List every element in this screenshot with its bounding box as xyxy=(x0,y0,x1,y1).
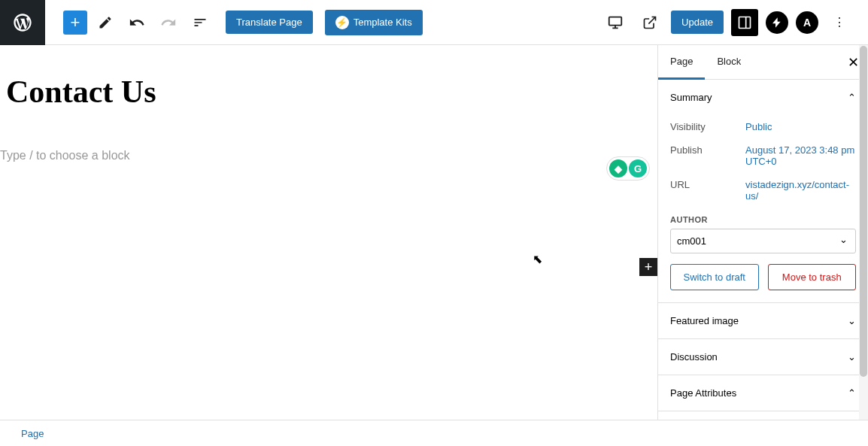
main-area: Contact Us Type / to choose a block ◆ G … xyxy=(0,45,868,420)
panel-featured-image: Featured image ⌄ xyxy=(658,303,868,339)
switch-to-draft-button[interactable]: Switch to draft xyxy=(670,264,759,290)
svg-rect-1 xyxy=(739,17,751,28)
publish-label: Publish xyxy=(670,144,745,167)
astra-icon[interactable]: A xyxy=(796,11,818,34)
page-title[interactable]: Contact Us xyxy=(0,45,657,110)
panel-discussion: Discussion ⌄ xyxy=(658,339,868,375)
sidebar-toggle-icon[interactable] xyxy=(731,9,758,36)
breadcrumb-page[interactable]: Page xyxy=(21,428,44,439)
summary-title: Summary xyxy=(670,92,712,103)
panel-page-attributes-header[interactable]: Page Attributes ⌃ xyxy=(658,375,868,411)
chevron-down-icon: ⌄ xyxy=(848,315,856,326)
author-value: cm001 xyxy=(677,235,706,247)
move-to-trash-button[interactable]: Move to trash xyxy=(768,264,857,290)
close-sidebar-icon[interactable]: ✕ xyxy=(848,54,859,71)
translate-page-button[interactable]: Translate Page xyxy=(226,11,313,34)
sidebar-tabs: Page Block ✕ xyxy=(658,45,868,80)
undo-icon[interactable] xyxy=(123,9,150,36)
editor-canvas[interactable]: Contact Us Type / to choose a block ◆ G … xyxy=(0,45,657,420)
cursor-icon: ⬉ xyxy=(533,252,542,266)
block-placeholder[interactable]: Type / to choose a block xyxy=(0,110,657,162)
scrollbar-thumb[interactable] xyxy=(860,46,867,377)
footer-breadcrumb: Page xyxy=(0,420,868,446)
grammarly-icon: G xyxy=(629,159,647,177)
featured-image-title: Featured image xyxy=(670,315,739,326)
url-value[interactable]: vistadezign.xyz/contact-us/ xyxy=(745,179,856,202)
top-bar: + Translate Page ⚡ Template Kits Update … xyxy=(0,0,868,45)
visibility-value[interactable]: Public xyxy=(745,121,856,132)
wordpress-logo[interactable] xyxy=(0,0,45,45)
tab-page[interactable]: Page xyxy=(658,45,705,80)
panel-summary: Summary ⌃ Visibility Public Publish Augu… xyxy=(658,80,868,303)
discussion-title: Discussion xyxy=(670,351,718,363)
svg-rect-0 xyxy=(609,17,622,25)
chevron-down-icon: ⌄ xyxy=(848,351,856,363)
inline-add-block-button[interactable]: + xyxy=(639,258,657,276)
edit-tool-icon[interactable] xyxy=(92,9,119,36)
update-label: Update xyxy=(681,17,713,28)
page-attributes-title: Page Attributes xyxy=(670,387,736,399)
external-link-icon[interactable] xyxy=(636,9,663,36)
toolbar-left: + Translate Page ⚡ Template Kits xyxy=(45,9,423,36)
author-label: AUTHOR xyxy=(670,215,856,224)
panel-page-attributes: Page Attributes ⌃ xyxy=(658,375,868,411)
more-options-icon[interactable]: ⋮ xyxy=(826,9,853,36)
preview-desktop-icon[interactable] xyxy=(602,9,629,36)
url-label: URL xyxy=(670,179,745,202)
tab-block[interactable]: Block xyxy=(705,45,753,79)
panel-discussion-header[interactable]: Discussion ⌄ xyxy=(658,339,868,375)
panel-summary-header[interactable]: Summary ⌃ xyxy=(658,80,868,115)
update-button[interactable]: Update xyxy=(671,11,724,34)
lightning-icon: ⚡ xyxy=(335,16,349,29)
settings-sidebar: Page Block ✕ Summary ⌃ Visibility Public… xyxy=(657,45,868,420)
scrollbar[interactable] xyxy=(859,45,868,420)
author-select[interactable]: cm001 xyxy=(670,229,856,253)
translate-label: Translate Page xyxy=(236,17,302,28)
template-kits-label: Template Kits xyxy=(354,17,412,28)
publish-value[interactable]: August 17, 2023 3:48 pm UTC+0 xyxy=(745,144,856,167)
shield-icon: ◆ xyxy=(609,159,627,177)
chevron-up-icon: ⌃ xyxy=(848,92,856,103)
visibility-label: Visibility xyxy=(670,121,745,132)
redo-icon xyxy=(155,9,182,36)
add-block-toggle[interactable]: + xyxy=(63,11,87,35)
summary-body: Visibility Public Publish August 17, 202… xyxy=(658,115,868,302)
panel-featured-image-header[interactable]: Featured image ⌄ xyxy=(658,303,868,338)
yoast-icon[interactable] xyxy=(766,11,788,34)
template-kits-button[interactable]: ⚡ Template Kits xyxy=(325,10,423,35)
toolbar-right: Update A ⋮ xyxy=(602,9,868,36)
chevron-up-icon: ⌃ xyxy=(848,387,856,399)
document-overview-icon[interactable] xyxy=(187,9,214,36)
grammarly-widget[interactable]: ◆ G xyxy=(606,156,650,181)
